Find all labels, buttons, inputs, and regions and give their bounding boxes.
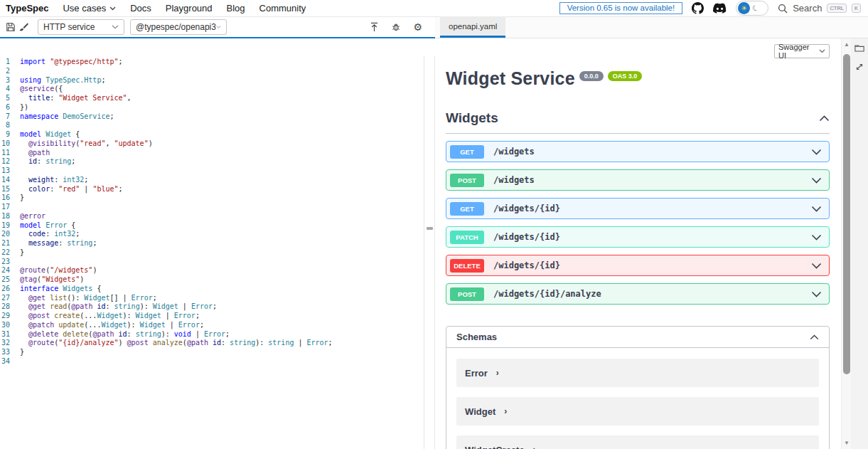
output-scrollbar[interactable]: ▲ ▼ — [841, 38, 851, 449]
operation-get-row[interactable]: GET/widgets/{id} — [446, 198, 830, 219]
save-icon[interactable] — [6, 22, 16, 32]
code-line: 29 @post create(...Widget): Widget | Err… — [0, 312, 424, 321]
line-number: 8 — [0, 121, 20, 130]
service-title: Widget Service — [446, 68, 575, 89]
github-icon[interactable] — [692, 2, 704, 14]
light-theme-icon[interactable]: ☀ — [738, 2, 750, 14]
emitter-select[interactable]: @typespec/openapi3 — [130, 19, 227, 35]
operation-path: /widgets — [493, 175, 535, 185]
sample-select[interactable]: HTTP service — [38, 19, 124, 35]
schema-model-row[interactable]: Widget› — [456, 397, 819, 426]
swap-panes-icon[interactable] — [855, 63, 864, 71]
operation-delete-row[interactable]: DELETE/widgets/{id} — [446, 255, 830, 276]
chevron-down-icon[interactable] — [811, 177, 822, 184]
discord-icon[interactable] — [713, 3, 727, 14]
search-button[interactable]: Search CTRL K — [778, 3, 861, 14]
dark-theme-icon[interactable]: ☾ — [751, 4, 760, 13]
settings-gear-icon[interactable]: ⚙ — [413, 21, 422, 33]
scrollbar-thumb[interactable] — [843, 54, 850, 374]
nav-item-playground[interactable]: Playground — [166, 3, 213, 14]
share-icon[interactable] — [370, 22, 379, 32]
code-line: 14 weight: int32; — [0, 176, 424, 185]
method-badge: GET — [450, 202, 484, 216]
line-number: 17 — [0, 203, 20, 212]
tag-widgets-header[interactable]: Widgets — [446, 110, 830, 134]
code-line: 20 code: int32; — [0, 230, 424, 239]
viewer-select[interactable]: Swagger UI — [774, 44, 830, 58]
code-line: 11 @path — [0, 149, 424, 158]
chevron-up-icon[interactable] — [810, 334, 819, 340]
line-number: 34 — [0, 357, 20, 366]
scroll-down-icon[interactable]: ▼ — [842, 440, 852, 446]
chevron-right-icon[interactable]: › — [504, 406, 507, 416]
chevron-down-icon[interactable] — [811, 206, 822, 212]
nav-item-use-cases[interactable]: Use cases — [63, 3, 116, 14]
operation-path: /widgets/{id}/analyze — [493, 289, 601, 299]
playground-toolbar: HTTP service @typespec/openapi3 ⚙ — [0, 17, 435, 37]
chevron-down-icon — [819, 49, 825, 53]
schemas-header[interactable]: Schemas — [446, 327, 829, 348]
tag-title: Widgets — [446, 110, 498, 126]
typespec-logo[interactable]: TypeSpec — [6, 3, 48, 14]
code-line: 32 @route("{id}/analyze") @post analyze(… — [0, 339, 424, 348]
tab-openapi-yaml[interactable]: openapi.yaml — [440, 16, 505, 38]
chevron-down-icon[interactable] — [811, 234, 822, 241]
method-badge: DELETE — [450, 259, 484, 273]
schema-model-row[interactable]: WidgetCreate› — [456, 435, 819, 449]
file-explorer-icon[interactable] — [854, 44, 864, 53]
nav-item-label: Use cases — [63, 3, 106, 14]
line-number: 26 — [0, 285, 20, 294]
code-line: 16} — [0, 194, 424, 203]
operation-get-row[interactable]: GET/widgets — [446, 141, 830, 162]
viewer-select-value: Swagger UI — [778, 43, 819, 60]
operations-list: GET/widgetsPOST/widgetsGET/widgets/{id}P… — [446, 141, 830, 305]
line-number: 14 — [0, 176, 20, 185]
chevron-down-icon — [216, 25, 221, 29]
chevron-up-icon[interactable] — [819, 115, 830, 122]
operation-post-row[interactable]: POST/widgets — [446, 169, 830, 191]
chevron-right-icon[interactable]: › — [533, 445, 536, 449]
chevron-down-icon — [109, 6, 116, 11]
nav-item-community[interactable]: Community — [259, 3, 306, 14]
debug-icon[interactable] — [391, 22, 401, 32]
chevron-down-icon — [112, 25, 119, 29]
line-number: 25 — [0, 275, 20, 285]
code-editor[interactable]: 1import "@typespec/http";23using TypeSpe… — [0, 56, 424, 449]
format-brush-icon[interactable] — [18, 22, 29, 33]
code-line: 25@tag("Widgets") — [0, 275, 424, 285]
line-number: 28 — [0, 302, 20, 312]
code-line: 1import "@typespec/http"; — [0, 58, 424, 67]
operation-path: /widgets/{id} — [493, 232, 560, 242]
code-line: 24@route("/widgets") — [0, 266, 424, 275]
scroll-up-icon[interactable]: ▲ — [842, 41, 852, 48]
pane-splitter[interactable] — [424, 56, 435, 449]
theme-toggle[interactable]: ☀ ☾ — [736, 1, 768, 16]
code-line: 17 — [0, 203, 424, 212]
splitter-handle-icon[interactable] — [427, 227, 433, 230]
operation-post-row[interactable]: POST/widgets/{id}/analyze — [446, 283, 830, 305]
nav-item-blog[interactable]: Blog — [227, 3, 245, 14]
code-line: 33} — [0, 348, 424, 357]
version-banner[interactable]: Version 0.65 is now available! — [559, 2, 683, 14]
line-number: 19 — [0, 221, 20, 231]
chevron-down-icon[interactable] — [811, 263, 822, 269]
line-number: 9 — [0, 130, 20, 139]
nav-item-docs[interactable]: Docs — [130, 3, 151, 14]
line-number: 16 — [0, 194, 20, 203]
chevron-down-icon[interactable] — [811, 149, 822, 155]
output-pane: openapi.yaml Swagger UI Widget Service 0… — [435, 17, 868, 449]
line-number: 6 — [0, 103, 20, 112]
chevron-down-icon[interactable] — [811, 291, 822, 297]
line-number: 29 — [0, 312, 20, 321]
operation-path: /widgets — [493, 147, 535, 157]
search-icon — [778, 4, 788, 14]
schema-model-row[interactable]: Error› — [456, 359, 819, 387]
line-number: 15 — [0, 185, 20, 194]
code-line: 7namespace DemoService; — [0, 112, 424, 122]
chevron-right-icon[interactable]: › — [496, 368, 499, 378]
line-number: 4 — [0, 85, 20, 94]
operation-path: /widgets/{id} — [493, 204, 560, 213]
oas-badge: OAS 3.0 — [608, 71, 643, 81]
line-number: 31 — [0, 330, 20, 339]
operation-patch-row[interactable]: PATCH/widgets/{id} — [446, 226, 830, 248]
